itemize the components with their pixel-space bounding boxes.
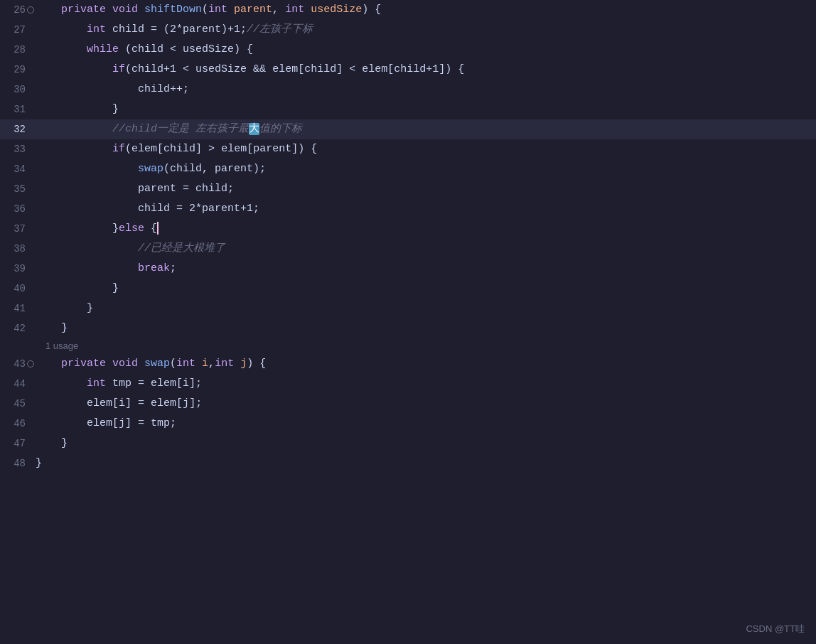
line-number: 34 (0, 159, 36, 179)
code-tokens: } (36, 318, 816, 338)
line-number: 30 (0, 80, 36, 100)
line-number: 46 (0, 414, 36, 434)
line-number: 37 (0, 219, 36, 239)
line-number: 47 (0, 434, 36, 454)
code-tokens: } (36, 299, 816, 318)
fold-indicator[interactable] (27, 6, 34, 14)
line-number: 44 (0, 374, 36, 394)
code-tokens: } (36, 279, 816, 299)
fold-indicator[interactable] (27, 360, 34, 367)
code-line: 33 if(elem[child] > elem[parent]) { (0, 139, 816, 159)
code-line: 32 //child一定是 左右孩子最大值的下标 (0, 119, 816, 139)
line-number: 29 (0, 60, 36, 80)
code-tokens: child++; (36, 80, 816, 100)
line-number: 27 (0, 20, 36, 40)
code-tokens: child = 2*parent+1; (36, 199, 816, 219)
line-number: 33 (0, 139, 36, 159)
code-line: 42 } (0, 318, 816, 338)
code-line: 35 parent = child; (0, 179, 816, 199)
code-view: 26 private void shiftDown(int parent, in… (0, 0, 816, 644)
watermark-label: CSDN @TT哇 (746, 623, 805, 635)
code-line: 28 while (child < usedSize) { (0, 40, 816, 60)
code-tokens: private void shiftDown(int parent, int u… (36, 0, 816, 20)
code-line: 29 if(child+1 < usedSize && elem[child] … (0, 60, 816, 80)
code-tokens: if(elem[child] > elem[parent]) { (36, 139, 816, 159)
lines-container: 26 private void shiftDown(int parent, in… (0, 0, 816, 473)
code-tokens: while (child < usedSize) { (36, 40, 816, 60)
code-content-area: 26 private void shiftDown(int parent, in… (0, 0, 816, 644)
code-line: 43 private void swap(int i,int j) { (0, 354, 816, 374)
code-line: 47 } (0, 434, 816, 454)
line-number: 35 (0, 179, 36, 199)
code-line: 41 } (0, 299, 816, 318)
line-number: 41 (0, 299, 36, 318)
line-number: 48 (0, 454, 36, 473)
line-number: 40 (0, 279, 36, 299)
code-line: 44 int tmp = elem[i]; (0, 374, 816, 394)
code-tokens: swap(child, parent); (36, 159, 816, 179)
code-line: 36 child = 2*parent+1; (0, 199, 816, 219)
line-number: 38 (0, 239, 36, 259)
code-editor: 26 private void shiftDown(int parent, in… (0, 0, 816, 644)
code-tokens: if(child+1 < usedSize && elem[child] < e… (36, 60, 816, 80)
line-number: 31 (0, 100, 36, 119)
code-tokens: private void swap(int i,int j) { (36, 354, 816, 374)
usage-line: 1 usage (0, 338, 816, 354)
code-line: 30 child++; (0, 80, 816, 100)
code-panel: 26 private void shiftDown(int parent, in… (0, 0, 816, 644)
code-line: 45 elem[i] = elem[j]; (0, 394, 816, 414)
code-tokens: } (36, 454, 816, 473)
code-line: 37 }else { (0, 219, 816, 239)
line-number: 32 (0, 119, 36, 139)
code-tokens: int tmp = elem[i]; (36, 374, 816, 394)
code-line: 38 //已经是大根堆了 (0, 239, 816, 259)
code-tokens: //child一定是 左右孩子最大值的下标 (36, 119, 816, 139)
code-tokens: int child = (2*parent)+1;//左孩子下标 (36, 20, 816, 40)
code-line: 40 } (0, 279, 816, 299)
code-tokens: } (36, 434, 816, 454)
code-tokens: }else { (36, 219, 816, 239)
line-number: 43 (0, 354, 36, 374)
text-cursor (157, 222, 159, 235)
code-line: 27 int child = (2*parent)+1;//左孩子下标 (0, 20, 816, 40)
code-tokens: //已经是大根堆了 (36, 239, 816, 259)
code-line: 48} (0, 454, 816, 473)
code-tokens: parent = child; (36, 179, 816, 199)
code-line: 34 swap(child, parent); (0, 159, 816, 179)
code-tokens: elem[j] = tmp; (36, 414, 816, 434)
code-line: 26 private void shiftDown(int parent, in… (0, 0, 816, 20)
line-number: 45 (0, 394, 36, 414)
code-tokens: elem[i] = elem[j]; (36, 394, 816, 414)
line-number: 36 (0, 199, 36, 219)
line-number: 26 (0, 0, 36, 20)
code-line: 31 } (0, 100, 816, 119)
code-line: 39 break; (0, 259, 816, 279)
code-tokens: break; (36, 259, 816, 279)
line-number: 42 (0, 318, 36, 338)
code-line: 46 elem[j] = tmp; (0, 414, 816, 434)
line-number: 39 (0, 259, 36, 279)
code-tokens: } (36, 100, 816, 119)
line-number: 28 (0, 40, 36, 60)
